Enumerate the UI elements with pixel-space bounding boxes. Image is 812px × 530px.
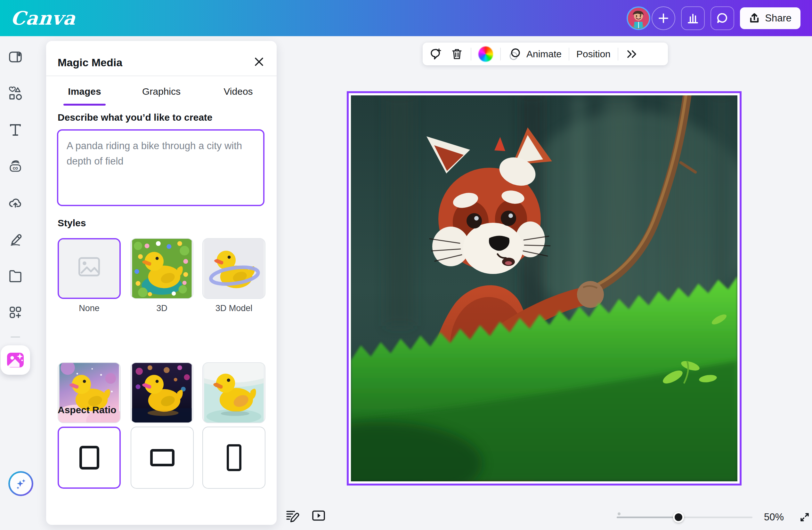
comments-button[interactable] [710,6,734,30]
zoom-controls: 50% [617,508,812,526]
insights-chart-icon [686,12,699,25]
trash-icon[interactable] [450,47,464,61]
zoom-percentage: 50% [764,512,784,523]
toolbar-divider [569,48,569,60]
sidebar-item-apps[interactable] [4,297,27,328]
animate-icon [508,47,522,61]
style-label: 3D [130,304,193,313]
sidebar-item-text[interactable] [4,114,27,146]
media-type-tabs: Images Graphics Videos [46,77,277,106]
toolbar-divider [471,48,471,60]
aspect-portrait-glyph [227,444,242,471]
elements-icon [8,86,23,101]
uploads-icon [8,195,23,210]
tab-graphics[interactable]: Graphics [123,77,200,106]
canva-logo[interactable]: Canva [10,8,76,29]
svg-text:co: co [13,165,18,171]
zoom-slider-thumb[interactable] [673,512,684,522]
zoom-slider-fill [617,517,678,518]
text-icon [8,122,23,137]
sidebar-item-design[interactable] [4,41,27,73]
animate-button[interactable]: Animate [508,47,562,61]
aspect-option-square[interactable] [58,427,121,489]
panel-title: Magic Media [58,56,122,69]
fullscreen-button[interactable] [798,511,811,524]
toolbar-divider [500,48,501,60]
active-tab-underline [63,104,106,106]
draw-icon [8,232,23,247]
close-icon [253,56,265,68]
sidebar-divider [11,336,20,338]
style-label: 3D Model [202,304,265,313]
aspect-landscape-glyph [150,449,174,466]
describe-label: Describe what you’d like to create [58,112,213,123]
prompt-input[interactable] [57,129,264,206]
tab-videos[interactable]: Videos [200,77,277,106]
share-button[interactable]: Share [740,8,800,29]
duck-3d-thumbnail [131,239,193,298]
style-option-none[interactable] [58,238,121,299]
toolbar-divider [618,48,618,60]
style-label: None [58,304,121,313]
tab-graphics-label: Graphics [142,86,180,97]
color-wheel-icon[interactable] [478,46,493,62]
aspect-option-portrait[interactable] [202,427,265,489]
canva-assistant-button[interactable] [8,471,33,496]
zoom-slider[interactable] [617,517,752,518]
tab-videos-label: Videos [223,86,252,97]
close-panel-button[interactable] [250,53,268,70]
projects-icon [8,268,23,283]
notes-icon[interactable] [285,508,300,523]
aspect-option-landscape[interactable] [131,427,194,489]
panel-divider [46,75,277,76]
insights-button[interactable] [681,6,705,30]
style-option-photo[interactable] [202,362,265,423]
red-panda-illustration [351,95,737,481]
brand-icon: co [8,159,23,174]
duck-retrowave-thumbnail [131,363,193,423]
share-label: Share [765,13,792,24]
style-option-3d-model[interactable] [202,238,265,299]
aspect-square-glyph [79,446,99,470]
magic-media-panel: Magic Media Images Graphics Videos Descr… [46,41,277,525]
animate-label: Animate [526,49,562,60]
magic-media-app-icon [6,351,25,369]
position-button[interactable]: Position [576,49,611,60]
sidebar-item-elements[interactable] [4,78,27,109]
add-comment-icon[interactable] [429,47,443,61]
duck-photo-thumbnail [203,363,265,423]
canva-editor: Canva [0,0,812,530]
sidebar-item-brand[interactable]: co [4,151,27,182]
zoom-fit-marker [618,512,621,515]
element-toolbar: Animate Position [423,43,668,65]
tab-images[interactable]: Images [46,77,123,106]
image-placeholder-icon [59,239,119,298]
avatar[interactable] [627,6,650,30]
assistant-sparkle-icon [14,476,28,491]
apps-icon [8,305,23,320]
styles-heading: Styles [58,218,86,229]
canvas-selected-image[interactable] [347,91,742,486]
share-upload-icon [749,13,760,24]
tab-images-label: Images [68,86,101,97]
duck-3d-model-thumbnail [203,239,265,298]
sidebar-item-projects[interactable] [4,260,27,292]
style-option-retrowave[interactable] [130,362,193,423]
more-chevrons-icon[interactable] [625,48,639,60]
sidebar-item-uploads[interactable] [4,187,27,219]
avatar-image [628,8,649,29]
top-bar: Canva [0,0,812,36]
present-play-icon[interactable] [311,508,326,523]
sidebar-item-magic-media[interactable] [1,345,30,375]
expand-fullscreen-icon [798,511,811,524]
object-panel-rail: co [0,36,31,530]
plus-icon [658,13,669,24]
design-icon [8,49,23,64]
add-member-button[interactable] [652,6,675,30]
aspect-ratio-heading: Aspect Ratio [58,404,116,415]
style-option-3d[interactable] [130,238,193,299]
sidebar-item-draw[interactable] [4,224,27,255]
comments-bubble-icon [716,12,729,25]
